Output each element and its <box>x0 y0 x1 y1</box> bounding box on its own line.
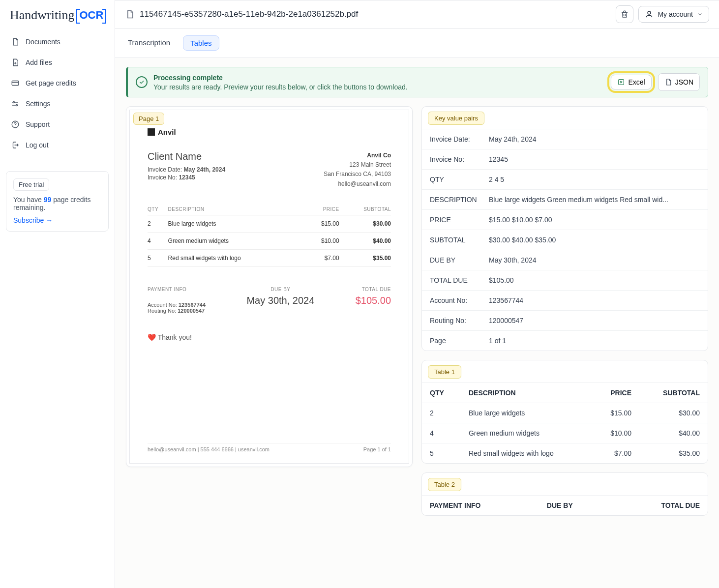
kv-row: DUE BYMay 30th, 2024 <box>422 250 708 270</box>
json-icon <box>664 78 672 86</box>
file-icon <box>125 9 135 19</box>
thank-you: ❤️ Thank you! <box>148 333 391 341</box>
kv-row: Invoice Date:May 24th, 2024 <box>422 129 708 149</box>
table-row: 4Green medium widgets$10.00$40.00 <box>422 423 708 443</box>
sidebar-item-label: Documents <box>26 38 60 46</box>
svg-point-2 <box>16 105 18 106</box>
table2: PAYMENT INFO DUE BY TOTAL DUE <box>422 495 708 515</box>
trial-badge: Free trial <box>13 178 49 191</box>
add-file-icon <box>11 58 20 67</box>
tab-transcription[interactable]: Transcription <box>127 35 171 51</box>
main: 115467145-e5357280-a1e5-11eb-942b-2e1a03… <box>115 0 719 588</box>
client-name: Client Name <box>148 151 225 162</box>
kv-row: Page1 of 1 <box>422 330 708 351</box>
svg-point-4 <box>648 11 651 14</box>
delete-button[interactable] <box>616 5 633 23</box>
page-preview[interactable]: Anvil Client Name Invoice Date: May 24th… <box>129 110 409 464</box>
file-title: 115467145-e5357280-a1e5-11eb-942b-2e1a03… <box>125 9 358 19</box>
download-json-button[interactable]: JSON <box>658 73 700 91</box>
sidebar-item-label: Support <box>26 120 50 128</box>
account-label: My account <box>658 10 693 18</box>
sidebar-item-label: Get page credits <box>26 79 76 87</box>
logo-ocr: OCR <box>76 9 106 22</box>
table2-title-chip: Table 2 <box>428 478 461 491</box>
page-preview-card: Page 1 Anvil Client Name Invoice Date: M… <box>126 106 413 467</box>
kv-row: QTY2 4 5 <box>422 169 708 189</box>
kv-row: SUBTOTAL$30.00 $40.00 $35.00 <box>422 230 708 250</box>
sidebar-item-credits[interactable]: Get page credits <box>6 74 109 92</box>
svg-point-1 <box>13 102 15 103</box>
alert-message: Your results are ready. Preview your res… <box>153 83 408 91</box>
table1-panel: Table 1 QTY DESCRIPTION PRICE SUBTOTAL 2… <box>421 360 708 464</box>
settings-icon <box>11 99 20 108</box>
topbar: 115467145-e5357280-a1e5-11eb-942b-2e1a03… <box>115 0 719 29</box>
kv-row: Routing No:120000547 <box>422 310 708 330</box>
credit-box: Free trial You have 99 page credits rema… <box>6 171 109 232</box>
sidebar-item-settings[interactable]: Settings <box>6 94 109 113</box>
credits-icon <box>11 79 20 88</box>
sidebar: Handwriting OCR Documents Add files Get … <box>0 0 115 588</box>
kv-panel: Key value pairs Invoice Date:May 24th, 2… <box>421 106 708 351</box>
table1: QTY DESCRIPTION PRICE SUBTOTAL 2Blue lar… <box>422 382 708 463</box>
table2-panel: Table 2 PAYMENT INFO DUE BY TOTAL DUE <box>421 472 708 516</box>
top-actions: My account <box>616 5 709 23</box>
sidebar-item-label: Log out <box>26 141 49 149</box>
sidebar-item-documents[interactable]: Documents <box>6 32 109 51</box>
credit-text: You have 99 page credits remaining. <box>13 196 101 211</box>
excel-highlight: Excel <box>609 73 653 91</box>
sidebar-item-label: Add files <box>26 59 52 66</box>
table-row: 2Blue large widgets$15.00$30.00 <box>422 403 708 423</box>
download-excel-button[interactable]: Excel <box>611 75 651 89</box>
tab-tables[interactable]: Tables <box>183 35 219 51</box>
logout-icon <box>11 141 20 149</box>
table1-title-chip: Table 1 <box>428 365 461 379</box>
document-icon <box>11 37 20 46</box>
check-circle-icon <box>136 76 148 88</box>
invoice-logo: Anvil <box>148 128 391 136</box>
sidebar-item-support[interactable]: Support <box>6 115 109 134</box>
logo-script: Handwriting <box>10 8 74 23</box>
chevron-down-icon <box>697 11 703 17</box>
kv-row: Account No:123567744 <box>422 290 708 310</box>
kv-row: Invoice No:12345 <box>422 149 708 169</box>
support-icon <box>11 120 20 129</box>
alert-title: Processing complete <box>153 74 408 82</box>
kv-title-chip: Key value pairs <box>428 112 484 125</box>
sidebar-item-logout[interactable]: Log out <box>6 136 109 154</box>
excel-icon <box>617 78 625 86</box>
sidebar-item-addfiles[interactable]: Add files <box>6 53 109 72</box>
kv-row: DESCRIPTIONBlue large widgets Green medi… <box>422 189 708 209</box>
svg-rect-0 <box>12 81 19 86</box>
app-logo[interactable]: Handwriting OCR <box>6 6 109 30</box>
kv-row: TOTAL DUE$105.00 <box>422 270 708 290</box>
invoice-items-table: QTY DESCRIPTION PRICE SUBTOTAL 2Blue lar… <box>148 204 391 267</box>
page-chip: Page 1 <box>133 113 164 125</box>
kv-row: PRICE$15.00 $10.00 $7.00 <box>422 209 708 230</box>
content: Processing complete Your results are rea… <box>115 58 719 588</box>
tabs: Transcription Tables <box>115 29 719 58</box>
filename: 115467145-e5357280-a1e5-11eb-942b-2e1a03… <box>140 9 358 19</box>
subscribe-link[interactable]: Subscribe → <box>13 216 101 224</box>
sidebar-item-label: Settings <box>26 100 51 108</box>
credit-count: 99 <box>44 196 52 204</box>
alert-processing-complete: Processing complete Your results are rea… <box>126 67 708 97</box>
account-button[interactable]: My account <box>638 6 709 23</box>
table-row: 5Red small widgets with logo$7.00$35.00 <box>422 443 708 464</box>
